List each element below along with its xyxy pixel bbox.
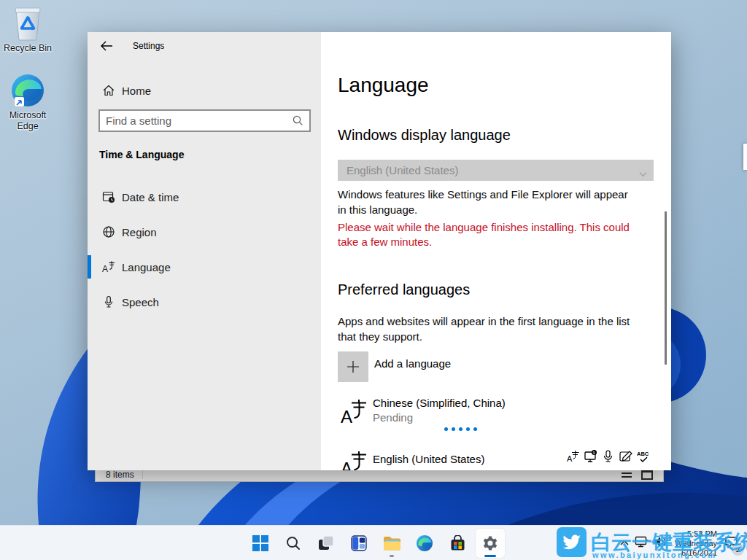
divider (142, 470, 143, 479)
globe-icon (102, 225, 115, 238)
svg-text:A: A (102, 264, 108, 273)
svg-text:ABC: ABC (637, 451, 649, 457)
recycle-bin-label: Recycle Bin (0, 43, 55, 54)
search-icon[interactable] (292, 114, 303, 129)
active-indicator (484, 555, 496, 557)
window-title: Settings (133, 41, 164, 51)
date-time-icon (102, 190, 115, 203)
settings-button[interactable] (476, 529, 505, 558)
tray-weekday: Wednesday (672, 539, 717, 548)
taskbar: 5:53 PM Wednesday 6/16/2021 2 (0, 525, 747, 560)
microphone-icon (102, 295, 115, 308)
settings-gear-icon (481, 534, 499, 552)
network-icon[interactable] (635, 536, 649, 551)
install-warning-text: Please wait while the language finishes … (338, 220, 638, 249)
recycle-bin-desktop-icon[interactable]: Recycle Bin (0, 6, 55, 54)
language-glyph-icon: A (341, 450, 367, 470)
sidebar-item-language[interactable]: A Language (88, 252, 321, 281)
widgets-button[interactable] (344, 529, 374, 558)
language-icon: A (102, 260, 115, 273)
sidebar-item-home[interactable]: Home (88, 76, 321, 105)
edge-desktop-label: Microsoft Edge (0, 110, 55, 132)
notification-badge: 2 (732, 544, 743, 555)
running-indicator (390, 555, 394, 557)
action-center-button[interactable]: 2 (724, 536, 738, 551)
handwriting-feature-icon (619, 449, 632, 464)
edge-desktop-icon[interactable]: Microsoft Edge (0, 73, 55, 132)
recycle-bin-icon (12, 6, 44, 41)
speech-label: Speech (122, 296, 159, 308)
svg-text:A: A (567, 454, 573, 463)
tray-chevron-up-icon[interactable] (619, 537, 630, 550)
task-view-button[interactable] (311, 529, 341, 558)
preferred-languages-description: Apps and websites will appear in the fir… (338, 314, 638, 344)
volume-icon[interactable] (654, 536, 667, 551)
display-language-dropdown[interactable]: English (United States) (338, 160, 654, 181)
svg-text:A: A (341, 407, 352, 426)
search-icon (285, 535, 301, 551)
widgets-icon (350, 534, 368, 552)
store-button[interactable] (443, 529, 472, 558)
svg-text:A: A (341, 459, 352, 470)
install-progress-dots (444, 427, 478, 431)
chevron-down-icon (639, 167, 647, 180)
content-scrollbar[interactable] (665, 211, 667, 365)
page-title: Language (338, 74, 429, 97)
language-name: Chinese (Simplified, China) (373, 397, 506, 409)
home-label: Home (122, 85, 151, 97)
search-button[interactable] (279, 529, 308, 558)
language-label: Language (122, 261, 171, 273)
date-time-label: Date & time (122, 191, 179, 203)
svg-text:9: 9 (593, 451, 595, 455)
display-language-description: Windows features like Settings and File … (338, 187, 638, 217)
language-glyph-icon: A (341, 398, 367, 426)
edge-button[interactable] (410, 529, 439, 558)
sidebar-section-heading: Time & Language (99, 149, 184, 160)
windows-logo-icon (252, 535, 268, 551)
offscreen-window-edge (743, 144, 747, 170)
edge-icon (416, 534, 433, 552)
file-explorer-icon (383, 536, 401, 551)
shortcut-arrow-icon (15, 97, 24, 106)
tray-time: 5:53 PM (672, 529, 717, 539)
language-feature-icons: A 9 ABC (567, 449, 649, 464)
sidebar-item-date-time[interactable]: Date & time (88, 182, 321, 211)
tray-clock[interactable]: 5:53 PM Wednesday 6/16/2021 (672, 529, 717, 558)
selected-indicator (88, 255, 91, 279)
explorer-items-count: 8 items (106, 470, 134, 480)
sidebar-item-region[interactable]: Region (88, 217, 321, 246)
file-explorer-button[interactable] (377, 529, 406, 558)
sidebar-item-speech[interactable]: Speech (88, 287, 321, 316)
settings-window: Settings Home Time & Language Date & tim… (88, 32, 671, 470)
speech-feature-icon (602, 449, 614, 464)
start-button[interactable] (246, 529, 275, 558)
add-language-button[interactable] (338, 351, 368, 382)
preferred-languages-heading: Preferred languages (338, 281, 470, 298)
display-language-feature-icon: A (567, 449, 579, 464)
large-icons-view-button[interactable] (641, 470, 653, 480)
task-view-icon (317, 534, 335, 552)
dropdown-value: English (United States) (347, 164, 458, 176)
back-button[interactable] (99, 39, 115, 54)
details-view-button[interactable] (621, 470, 632, 480)
app-language-feature-icon: 9 (584, 449, 597, 464)
language-status: Pending (373, 411, 413, 424)
display-language-heading: Windows display language (338, 127, 511, 144)
store-icon (449, 535, 466, 552)
spellcheck-feature-icon: ABC (637, 449, 649, 464)
add-language-label[interactable]: Add a language (374, 357, 451, 370)
settings-search-box[interactable] (98, 109, 311, 132)
region-label: Region (122, 226, 157, 238)
tray-date: 6/16/2021 (672, 548, 717, 558)
home-icon (102, 84, 115, 97)
language-name: English (United States) (373, 453, 484, 465)
settings-content: Language Windows display language Englis… (321, 32, 671, 470)
search-input[interactable] (106, 111, 288, 131)
plus-icon (347, 360, 360, 373)
